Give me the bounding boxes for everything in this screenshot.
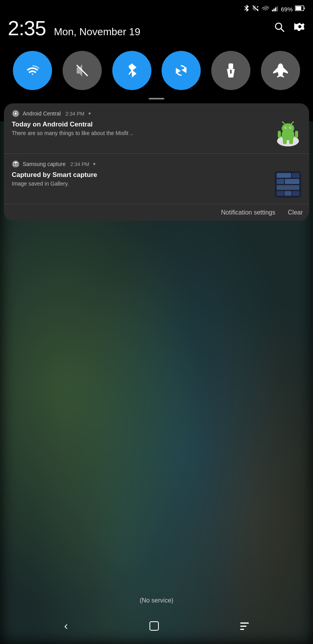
notif-title-samsung-capture: Captured by Smart capture (12, 171, 270, 179)
svg-rect-28 (295, 131, 298, 138)
clock-time: 2:35 (8, 17, 46, 40)
search-icon[interactable] (274, 22, 285, 35)
settings-icon[interactable] (294, 22, 305, 35)
svg-rect-8 (296, 6, 301, 10)
svg-point-33 (15, 164, 16, 165)
svg-rect-29 (283, 139, 287, 144)
samsung-capture-app-icon (12, 160, 20, 168)
notif-body-android-central: Today on Android Central There are so ma… (12, 121, 301, 147)
svg-point-24 (290, 127, 291, 128)
svg-point-20 (282, 123, 294, 133)
notif-body-samsung-capture: Captured by Smart capture Image saved in… (12, 171, 301, 198)
svg-rect-27 (278, 131, 281, 138)
time-date-display: 2:35 Mon, November 19 (8, 16, 140, 40)
notif-chevron-android-central[interactable]: ▾ (88, 111, 91, 116)
notification-panel: Android Central 2:34 PM ▾ Today on Andro… (4, 103, 309, 221)
svg-rect-3 (272, 10, 273, 11)
svg-line-10 (281, 29, 284, 32)
drag-indicator (0, 98, 313, 99)
notif-title-android-central: Today on Android Central (12, 121, 275, 128)
svg-marker-12 (183, 68, 186, 72)
qs-sync-button[interactable] (162, 51, 201, 90)
notif-chevron-samsung-capture[interactable]: ▾ (93, 161, 95, 167)
qs-airplane-button[interactable] (261, 51, 300, 90)
notification-android-central[interactable]: Android Central 2:34 PM ▾ Today on Andro… (4, 103, 309, 153)
nav-home-button[interactable] (149, 621, 159, 631)
bottom-area: (No service) ‹ (0, 589, 313, 644)
notif-time-samsung-capture: 2:34 PM (70, 161, 89, 167)
svg-line-25 (282, 122, 285, 124)
svg-point-17 (14, 112, 17, 115)
svg-rect-4 (273, 9, 275, 11)
notif-time-android-central: 2:34 PM (65, 111, 84, 117)
battery-percentage: 69% (281, 6, 293, 13)
notification-actions-bar: Notification settings Clear (4, 204, 309, 221)
notif-desc-samsung-capture: Image saved in Gallery. (12, 180, 270, 187)
qs-bluetooth-button[interactable] (112, 51, 151, 90)
quick-settings-panel (0, 48, 313, 98)
svg-rect-6 (277, 6, 278, 11)
navigation-bar: ‹ (0, 612, 313, 644)
notif-header-android-central: Android Central 2:34 PM ▾ (12, 110, 301, 117)
mute-icon (252, 5, 259, 13)
notif-header-samsung-capture: Samsung capture 2:34 PM ▾ (12, 160, 301, 168)
battery-icon (295, 5, 305, 13)
svg-line-26 (291, 122, 293, 124)
notif-text-samsung-capture: Captured by Smart capture Image saved in… (12, 171, 270, 187)
android-central-app-icon (12, 110, 20, 117)
signal-icon (272, 5, 279, 13)
svg-rect-5 (275, 7, 276, 11)
svg-rect-30 (289, 139, 293, 144)
notification-samsung-capture[interactable]: Samsung capture 2:34 PM ▾ Captured by Sm… (4, 153, 309, 204)
screenshot-thumbnail (275, 171, 301, 198)
bluetooth-icon (243, 5, 250, 13)
no-service-text: (No service) (0, 589, 313, 612)
notif-desc-android-central: There are so many things to like about t… (12, 130, 275, 136)
notification-settings-button[interactable]: Notification settings (221, 209, 275, 216)
time-action-icons (274, 22, 305, 35)
clock-date: Mon, November 19 (54, 26, 140, 38)
svg-marker-13 (176, 69, 180, 73)
notif-text-android-central: Today on Android Central There are so ma… (12, 121, 275, 136)
nav-recents-button[interactable] (240, 622, 249, 630)
svg-rect-14 (228, 63, 233, 69)
svg-rect-15 (230, 70, 232, 74)
qs-mute-button[interactable] (63, 51, 102, 90)
notification-clear-button[interactable]: Clear (288, 209, 303, 216)
svg-point-9 (275, 23, 282, 29)
notif-app-name-samsung-capture: Samsung capture (23, 161, 66, 167)
qs-wifi-button[interactable] (13, 51, 52, 90)
svg-point-23 (285, 127, 286, 128)
time-row: 2:35 Mon, November 19 (0, 16, 313, 48)
notif-app-name-android-central: Android Central (23, 110, 61, 117)
svg-line-1 (257, 6, 258, 7)
nav-back-button[interactable]: ‹ (64, 620, 68, 632)
status-bar: 69% (0, 0, 313, 16)
qs-flashlight-button[interactable] (211, 51, 250, 90)
android-mascot-thumbnail (275, 121, 301, 147)
status-icons: 69% (243, 5, 305, 13)
wifi-icon (261, 5, 269, 13)
